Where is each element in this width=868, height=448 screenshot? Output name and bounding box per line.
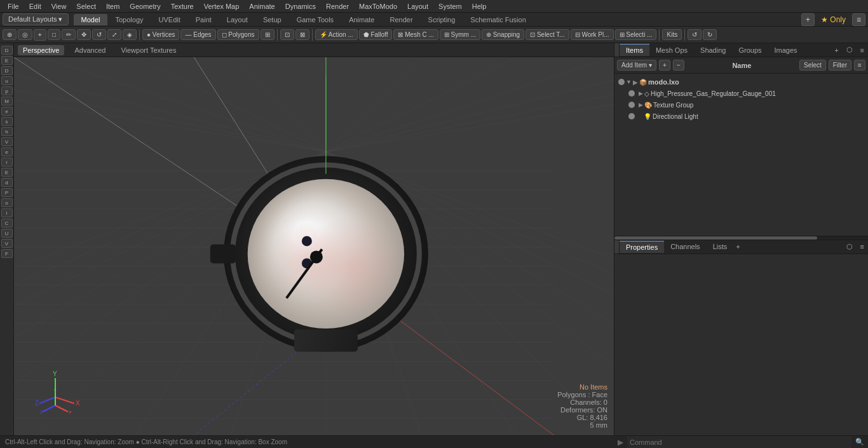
layout-tab-layout[interactable]: Layout <box>219 14 255 25</box>
transform-tool-button[interactable]: ◈ <box>123 29 137 40</box>
panel-collapse-btn[interactable] <box>614 43 620 57</box>
star-label[interactable]: ★ Only <box>817 14 850 25</box>
items-tab[interactable]: Items <box>620 44 649 56</box>
shading-tab[interactable]: Shading <box>694 44 732 56</box>
left-tool-1[interactable]: D <box>1 46 13 55</box>
command-input[interactable] <box>627 436 851 448</box>
symm-button[interactable]: ⊞ Symm ... <box>440 29 480 40</box>
left-tool-7[interactable]: e <box>1 107 13 116</box>
mesh-ops-tab[interactable]: Mesh Ops <box>649 44 694 56</box>
redo-button[interactable]: ↻ <box>703 29 717 40</box>
menu-file[interactable]: File <box>3 1 24 11</box>
bottom-add-tab[interactable]: + <box>736 243 740 250</box>
directional-light-label[interactable]: Directional Light <box>653 113 698 120</box>
circle-tool-button[interactable]: ◎ <box>18 29 32 40</box>
selectt-button[interactable]: ⊡ Select T... <box>526 29 569 40</box>
polygons-button[interactable]: ◻ Polygons <box>217 29 259 40</box>
falloff-button[interactable]: ⬟ Falloff <box>359 29 393 40</box>
layout-tab-schematic[interactable]: Schematic Fusion <box>463 14 533 25</box>
menu-view[interactable]: View <box>46 1 72 11</box>
add-item-button[interactable]: Add Item ▾ <box>617 60 656 71</box>
bottom-settings-btn[interactable]: ≡ <box>857 241 868 252</box>
add-item-small-button[interactable]: + <box>659 60 670 71</box>
left-tool-17[interactable]: l <box>1 208 13 217</box>
panel-add-tab[interactable]: + <box>831 44 842 56</box>
left-tool-2[interactable]: E <box>1 56 13 65</box>
kits-button[interactable]: Kits <box>662 29 682 40</box>
left-tool-18[interactable]: C <box>1 219 13 227</box>
bottom-collapse-btn[interactable] <box>614 240 620 254</box>
menu-help[interactable]: Help <box>467 1 492 11</box>
workpl-button[interactable]: ⊟ Work Pl... <box>571 29 614 40</box>
move-tool-button[interactable]: ✥ <box>77 29 91 40</box>
scene-canvas[interactable] <box>14 57 614 435</box>
select-lasso-button[interactable]: ⌖ <box>34 29 46 41</box>
add-tool-button[interactable]: ⊕ <box>3 29 17 40</box>
scale-tool-button[interactable]: ⤢ <box>107 29 121 40</box>
left-tool-8[interactable]: s <box>1 117 13 126</box>
layout-tab-scripting[interactable]: Scripting <box>421 14 463 25</box>
menu-item[interactable]: Item <box>101 1 125 11</box>
viewport-tab-perspective[interactable]: Perspective <box>18 45 64 55</box>
remove-item-button[interactable]: − <box>673 60 684 71</box>
channels-tab[interactable]: Channels <box>664 241 706 252</box>
left-tool-20[interactable]: V <box>1 239 13 248</box>
layout-tab-paint[interactable]: Paint <box>188 14 219 25</box>
panel-settings-btn[interactable]: ≡ <box>857 44 868 56</box>
left-tool-3[interactable]: D <box>1 66 13 75</box>
mesh-button[interactable]: ⊞ <box>261 29 275 40</box>
left-tool-10[interactable]: V <box>1 137 13 146</box>
pen-tool-button[interactable]: ✏ <box>62 29 76 40</box>
expand-arrow-root[interactable]: ▶ <box>633 79 638 86</box>
grid-vis-button[interactable]: ⊡ <box>280 29 294 40</box>
menu-render[interactable]: Render <box>321 1 354 11</box>
vertices-button[interactable]: ● Vertices <box>142 29 179 40</box>
edges-button[interactable]: — Edges <box>180 29 215 40</box>
xgrid-button[interactable]: ⊠ <box>295 29 309 40</box>
layout-tab-gametools[interactable]: Game Tools <box>289 14 342 25</box>
layout-tab-uvedit[interactable]: UVEdit <box>151 14 188 25</box>
selecti-button[interactable]: ⊞ Selecti ... <box>615 29 657 40</box>
panel-expand-btn[interactable]: ⬡ <box>843 44 857 56</box>
layout-options-button[interactable]: ≡ <box>852 13 865 26</box>
layout-tab-model[interactable]: Model <box>74 14 108 25</box>
viewport-canvas[interactable]: No Items Polygons : Face Channels: 0 Def… <box>14 57 614 435</box>
left-tool-4[interactable]: u <box>1 76 13 85</box>
select-rect-button[interactable]: □ <box>48 29 60 40</box>
left-tool-12[interactable]: r <box>1 158 13 166</box>
layout-tab-animate[interactable]: Animate <box>341 14 382 25</box>
menu-vertex-map[interactable]: Vertex Map <box>199 1 245 11</box>
viewport-tab-advanced[interactable]: Advanced <box>69 45 111 55</box>
collapse-arrow-root[interactable]: ▼ <box>626 79 632 85</box>
lists-tab[interactable]: Lists <box>707 241 734 252</box>
left-tool-15[interactable]: P <box>1 188 13 197</box>
snapping-button[interactable]: ⊕ Snapping <box>482 29 524 40</box>
left-tool-19[interactable]: U <box>1 229 13 238</box>
left-tool-13[interactable]: E <box>1 168 13 177</box>
texture-group-label[interactable]: Texture Group <box>653 102 693 109</box>
undo-button[interactable]: ↺ <box>688 29 702 40</box>
layout-tab-setup[interactable]: Setup <box>255 14 289 25</box>
left-tool-21[interactable]: F <box>1 249 13 258</box>
collapse-arrow-gauge[interactable]: ▶ <box>639 90 643 97</box>
left-tool-16[interactable]: o <box>1 198 13 207</box>
select-button[interactable]: Select <box>799 60 826 71</box>
menu-maxtomode[interactable]: MaxToModo <box>354 1 402 11</box>
menu-geometry[interactable]: Geometry <box>125 1 165 11</box>
left-tool-5[interactable]: p <box>1 86 13 95</box>
collapse-arrow-texture[interactable]: ▶ <box>639 102 643 108</box>
bottom-expand-btn[interactable]: ⬡ <box>843 241 857 253</box>
groups-tab[interactable]: Groups <box>732 44 768 56</box>
settings-button[interactable]: ≡ <box>854 60 865 71</box>
layout-tab-topology[interactable]: Topology <box>107 14 151 25</box>
menu-system[interactable]: System <box>433 1 467 11</box>
left-tool-6[interactable]: M <box>1 97 13 105</box>
menu-texture[interactable]: Texture <box>166 1 199 11</box>
menu-animate[interactable]: Animate <box>244 1 280 11</box>
action-button[interactable]: ⚡ Action ... <box>315 29 358 40</box>
add-layout-button[interactable]: + <box>801 13 815 26</box>
default-layouts-button[interactable]: Default Layouts ▾ <box>3 13 69 25</box>
cmd-search-icon[interactable]: 🔍 <box>851 437 868 447</box>
rotate-tool-button[interactable]: ↺ <box>92 29 106 40</box>
modo-lxo-label[interactable]: modo.lxo <box>648 78 679 86</box>
